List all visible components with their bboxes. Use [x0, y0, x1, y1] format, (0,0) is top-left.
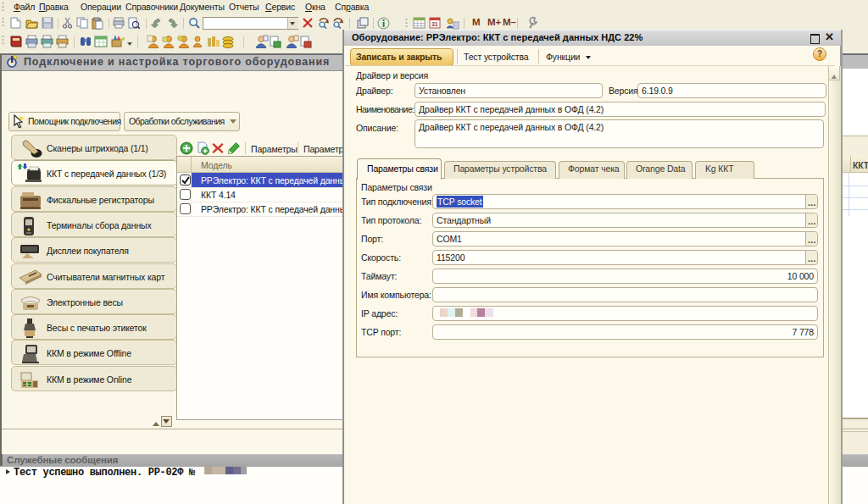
svg-text:31: 31 [431, 21, 438, 27]
